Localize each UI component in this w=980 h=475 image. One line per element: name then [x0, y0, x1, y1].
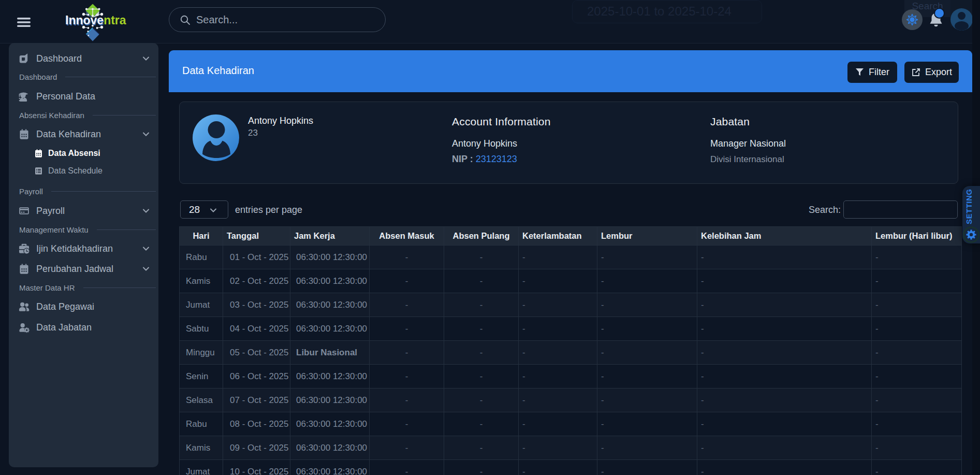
svg-text:Innoventra: Innoventra	[65, 13, 126, 27]
